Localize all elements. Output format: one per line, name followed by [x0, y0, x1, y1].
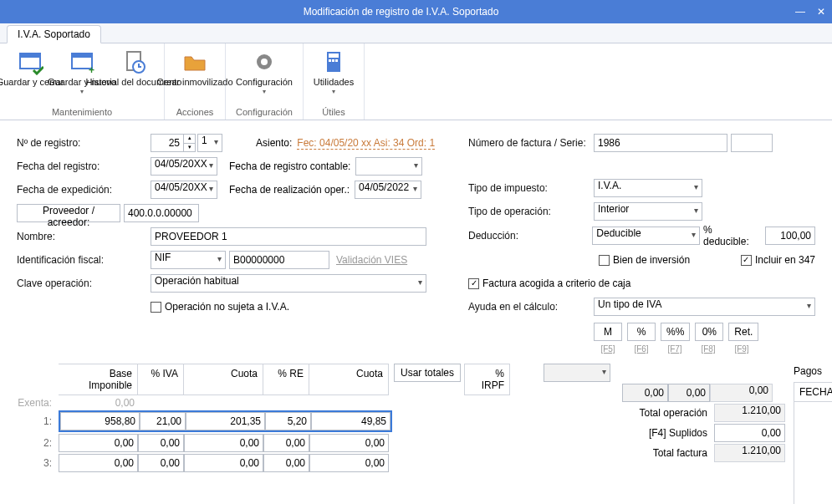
calc-zero-button[interactable]: 0%	[695, 323, 723, 341]
crear-inmovilizado-button[interactable]: Crear inmovilizado	[170, 47, 220, 105]
base-1[interactable]	[60, 412, 140, 430]
irpf-pct[interactable]	[668, 384, 710, 402]
tipo-impuesto-label: Tipo de impuesto:	[468, 182, 594, 194]
svg-rect-13	[335, 59, 338, 62]
col-cuota: Cuota	[184, 364, 263, 395]
num-factura-input[interactable]	[594, 134, 727, 152]
suplidos-label: [F4] Suplidos	[622, 427, 714, 439]
col-pct-iva: % IVA	[138, 364, 184, 395]
tab-iva-soportado[interactable]: I.V.A. Soportado	[7, 25, 101, 43]
ayuda-calculo-select[interactable]: Un tipo de IVA	[594, 298, 815, 316]
cuota-1[interactable]	[186, 412, 265, 430]
idfiscal-num-input[interactable]	[229, 251, 329, 269]
calculator-icon	[320, 48, 347, 75]
usar-totales-button[interactable]: Usar totales	[394, 364, 461, 382]
historial-button[interactable]: Historial del documento	[109, 47, 159, 105]
svg-point-8	[261, 59, 268, 65]
validacion-vies-link[interactable]: Validación VIES	[336, 254, 407, 266]
n-registro-spinner[interactable]: ▴▾	[184, 134, 196, 152]
tipo-impuesto-select[interactable]: I.V.A.	[594, 179, 702, 197]
utilidades-button[interactable]: Utilidades ▾	[309, 47, 359, 105]
pagos-grid[interactable]: FECHA IMPORTE E	[794, 382, 832, 504]
tab-strip: I.V.A. Soportado	[0, 23, 832, 43]
iva-2[interactable]	[138, 434, 184, 452]
col-pct-irpf: % IRPF	[464, 364, 510, 395]
fecha-reg-contable-select[interactable]	[355, 157, 422, 176]
calc-pctpct-button[interactable]: %%	[661, 323, 690, 341]
total-operacion-value: 1.210,00	[714, 404, 785, 422]
tipo-operacion-select[interactable]: Interior	[594, 202, 702, 221]
pagos-col-fecha: FECHA	[794, 383, 832, 402]
pct-deducible-input[interactable]	[765, 227, 815, 245]
configuracion-button[interactable]: Configuración ▾	[231, 47, 298, 105]
guardar-nuevo-button[interactable]: + Guardar y nuevo ▾	[57, 47, 107, 105]
col-pct-re: % RE	[263, 364, 309, 395]
suplidos-input[interactable]	[714, 424, 785, 442]
bien-inversion-check[interactable]: Bien de inversión	[599, 254, 690, 266]
cuota2-3[interactable]	[309, 454, 389, 472]
folder-icon	[181, 48, 208, 75]
cuota-3[interactable]	[184, 454, 263, 472]
fecha-realizacion-select[interactable]: 04/05/2022	[355, 181, 421, 199]
svg-rect-1	[20, 53, 40, 58]
grid-row-3: 3:	[17, 454, 610, 472]
titlebar: Modificación de registro de I.V.A. Sopor…	[0, 0, 832, 23]
minimize-icon[interactable]: —	[795, 6, 805, 18]
save-new-icon: +	[69, 48, 95, 75]
tipo-operacion-label: Tipo de operación:	[468, 206, 594, 217]
svg-text:+: +	[89, 64, 94, 75]
fecha-expedicion-select[interactable]: 04/05/20XX	[151, 181, 217, 199]
irpf-select[interactable]	[544, 364, 610, 382]
calc-pct-button[interactable]: %	[627, 323, 656, 341]
op-no-sujeta-check[interactable]: Operación no sujeta a I.V.A.	[151, 301, 289, 313]
total-factura-label: Total factura	[622, 447, 714, 459]
iva-3[interactable]	[138, 454, 184, 472]
col-base: Base Imponible	[59, 364, 138, 395]
fecha-realizacion-label: Fecha de realización oper.:	[229, 184, 350, 196]
re-2[interactable]	[263, 434, 309, 452]
irpf-base[interactable]	[622, 384, 668, 402]
cuota2-1[interactable]	[311, 412, 390, 430]
exenta-label: Exenta:	[17, 397, 59, 409]
asiento-label: Asiento:	[256, 137, 292, 149]
serie-input[interactable]	[731, 134, 773, 152]
close-icon[interactable]: ✕	[817, 6, 825, 18]
clave-operacion-select[interactable]: Operación habitual	[151, 274, 426, 293]
deduccion-select[interactable]: Deducible	[592, 227, 700, 245]
pagos-label: Pagos	[794, 365, 832, 377]
nombre-label: Nombre:	[17, 231, 151, 242]
calc-m-button[interactable]: M	[594, 323, 622, 341]
cuota2-2[interactable]	[309, 434, 389, 452]
cuota-2[interactable]	[184, 434, 263, 452]
base-2[interactable]	[59, 434, 138, 452]
svg-rect-12	[332, 59, 334, 62]
hint-f6: [F6]	[627, 344, 656, 354]
re-3[interactable]	[263, 454, 309, 472]
col-cuota2: Cuota	[309, 364, 389, 395]
total-factura-value: 1.210,00	[714, 444, 785, 462]
checkbox-checked-icon: ✓	[468, 278, 479, 289]
ribbon-group-utiles: Útiles	[309, 105, 359, 118]
nombre-input[interactable]	[151, 227, 426, 246]
n-registro-input[interactable]	[151, 134, 184, 152]
idfiscal-label: Identificación fiscal:	[17, 254, 151, 266]
asiento-link[interactable]: Fec: 04/05/20 xx Asi: 34 Ord: 1	[297, 137, 435, 150]
calc-ret-button[interactable]: Ret.	[728, 323, 758, 341]
incluir-347-check[interactable]: ✓ Incluir en 347	[741, 254, 815, 266]
fecha-registro-select[interactable]: 04/05/20XX	[151, 157, 217, 176]
re-1[interactable]	[265, 412, 311, 430]
n-registro-sub-select[interactable]: 1	[197, 134, 222, 152]
document-history-icon	[120, 48, 147, 75]
ribbon-group-mantenimiento: Mantenimiento	[5, 105, 159, 118]
n-registro-label: Nº de registro:	[17, 137, 151, 149]
idfiscal-tipo-select[interactable]: NIF	[151, 251, 226, 269]
base-3[interactable]	[59, 454, 138, 472]
grid-row-2: 2:	[17, 434, 610, 452]
proveedor-cuenta-input[interactable]	[124, 204, 199, 222]
factura-caja-check[interactable]: ✓ Factura acogida a criterio de caja	[468, 277, 630, 289]
guardar-cerrar-button[interactable]: Guardar y cerrar	[5, 47, 55, 105]
pct-deducible-label: % deducible:	[703, 224, 760, 247]
iva-1[interactable]	[140, 412, 186, 430]
ribbon-group-configuracion: Configuración	[231, 105, 298, 118]
proveedor-button[interactable]: Proveedor / acreedor:	[17, 204, 120, 222]
